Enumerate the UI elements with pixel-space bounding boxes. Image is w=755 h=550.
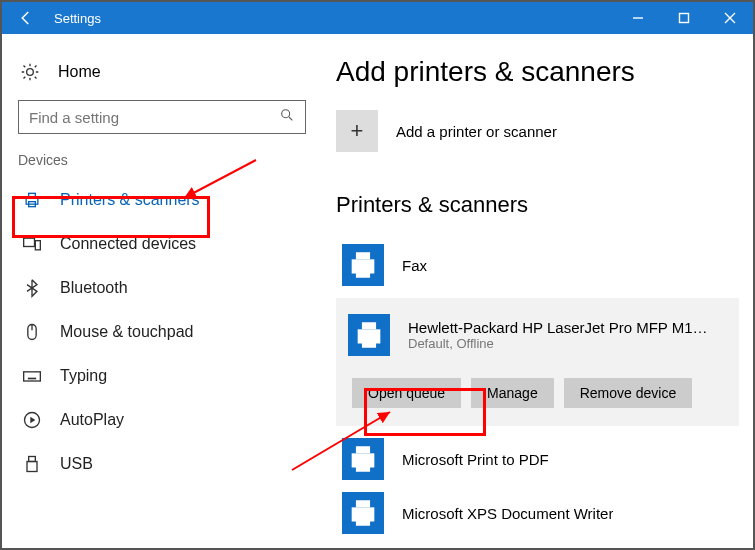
main-panel: Add printers & scanners + Add a printer …	[322, 34, 753, 548]
nav-item-label: Bluetooth	[60, 279, 128, 297]
svg-rect-18	[29, 457, 36, 462]
manage-button[interactable]: Manage	[471, 378, 554, 408]
nav-item-label: USB	[60, 455, 93, 473]
nav-connected-devices[interactable]: Connected devices	[16, 222, 308, 266]
plus-icon: +	[351, 118, 364, 144]
nav-bluetooth[interactable]: Bluetooth	[16, 266, 308, 310]
printer-item-hp[interactable]: Hewlett-Packard HP LaserJet Pro MFP M126…	[342, 304, 733, 360]
search-box[interactable]	[18, 100, 306, 134]
gear-icon	[20, 62, 40, 82]
svg-rect-24	[362, 322, 376, 329]
printer-device-icon	[342, 244, 384, 286]
svg-rect-31	[356, 516, 370, 526]
svg-rect-7	[24, 238, 35, 246]
mouse-icon	[22, 322, 42, 342]
add-printer-label: Add a printer or scanner	[396, 123, 557, 140]
printer-name: Microsoft XPS Document Writer	[402, 505, 613, 522]
nav-mouse-touchpad[interactable]: Mouse & touchpad	[16, 310, 308, 354]
printer-device-icon	[342, 492, 384, 534]
printer-actions: Open queue Manage Remove device	[352, 378, 733, 408]
remove-device-button[interactable]: Remove device	[564, 378, 693, 408]
svg-rect-1	[680, 14, 689, 23]
sidebar: Home Devices Printers & scanners Connect…	[2, 34, 322, 548]
close-button[interactable]	[707, 2, 753, 34]
home-link[interactable]: Home	[20, 62, 304, 82]
svg-rect-11	[24, 372, 41, 381]
svg-rect-27	[356, 446, 370, 453]
maximize-button[interactable]	[661, 2, 707, 34]
svg-line-3	[289, 117, 292, 120]
minimize-button[interactable]	[615, 2, 661, 34]
svg-rect-28	[356, 462, 370, 472]
nav-item-label: Connected devices	[60, 235, 196, 253]
printer-icon	[22, 190, 42, 210]
svg-rect-8	[35, 241, 40, 250]
bluetooth-icon	[22, 278, 42, 298]
search-input[interactable]	[29, 109, 279, 126]
printer-name: Hewlett-Packard HP LaserJet Pro MFP M126…	[408, 319, 708, 336]
svg-rect-4	[26, 198, 38, 205]
nav-item-label: Mouse & touchpad	[60, 323, 193, 341]
nav-item-label: Typing	[60, 367, 107, 385]
nav-typing[interactable]: Typing	[16, 354, 308, 398]
svg-rect-5	[29, 193, 36, 197]
svg-rect-25	[362, 338, 376, 348]
usb-icon	[22, 454, 42, 474]
printer-device-icon	[348, 314, 390, 356]
nav-autoplay[interactable]: AutoPlay	[16, 398, 308, 442]
printer-status: Default, Offline	[408, 336, 708, 351]
printer-item-pdf[interactable]: Microsoft Print to PDF	[336, 432, 739, 486]
svg-rect-19	[27, 462, 37, 472]
nav-item-label: Printers & scanners	[60, 191, 200, 209]
svg-rect-30	[356, 500, 370, 507]
heading-printers-list: Printers & scanners	[336, 192, 739, 218]
printer-item-xps[interactable]: Microsoft XPS Document Writer	[336, 486, 739, 540]
home-label: Home	[58, 63, 101, 81]
svg-point-2	[282, 110, 290, 118]
printer-name: Fax	[402, 257, 427, 274]
open-queue-button[interactable]: Open queue	[352, 378, 461, 408]
add-printer-button[interactable]: +	[336, 110, 378, 152]
search-icon	[279, 107, 295, 127]
printer-name: Microsoft Print to PDF	[402, 451, 549, 468]
svg-rect-21	[356, 252, 370, 259]
add-printer-row[interactable]: + Add a printer or scanner	[336, 110, 739, 152]
back-button[interactable]	[2, 2, 50, 34]
window-title: Settings	[54, 11, 615, 26]
nav-printers-scanners[interactable]: Printers & scanners	[16, 178, 308, 222]
autoplay-icon	[22, 410, 42, 430]
printer-device-icon	[342, 438, 384, 480]
keyboard-icon	[22, 366, 42, 386]
nav-item-label: AutoPlay	[60, 411, 124, 429]
heading-add-printers: Add printers & scanners	[336, 56, 739, 88]
devices-icon	[22, 234, 42, 254]
printer-item-fax[interactable]: Fax	[336, 238, 739, 292]
svg-rect-22	[356, 268, 370, 278]
nav-usb[interactable]: USB	[16, 442, 308, 486]
sidebar-section-label: Devices	[18, 152, 306, 168]
printer-item-selected: Hewlett-Packard HP LaserJet Pro MFP M126…	[336, 298, 739, 426]
titlebar: Settings	[2, 2, 753, 34]
